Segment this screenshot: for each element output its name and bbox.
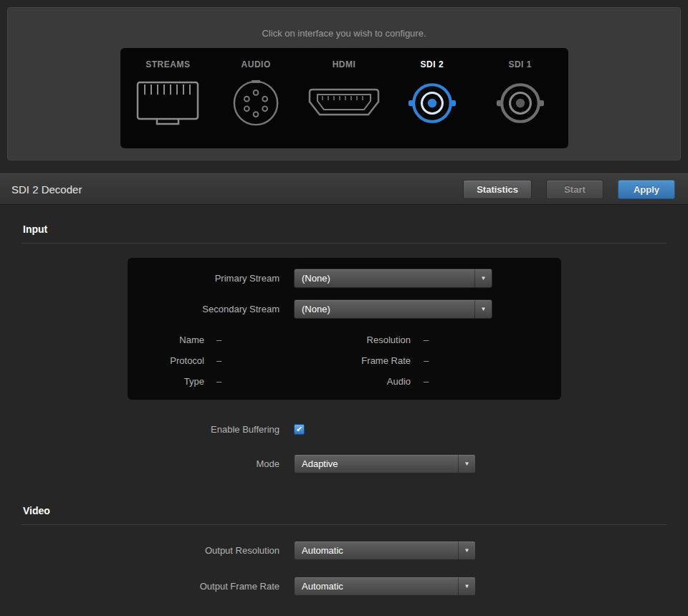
interface-sdi2[interactable]: SDI 2 (392, 59, 472, 134)
interface-audio[interactable]: AUDIO (216, 59, 296, 134)
frame-rate-value: – (411, 355, 429, 366)
start-button[interactable]: Start (546, 180, 603, 199)
chevron-down-icon: ▼ (474, 269, 492, 287)
chevron-down-icon: ▼ (474, 300, 492, 318)
check-icon: ✔ (296, 425, 302, 433)
dropdown-value: Adaptive (302, 458, 338, 469)
output-resolution-select[interactable]: Automatic ▼ (294, 541, 476, 560)
dropdown-value: Automatic (302, 545, 343, 556)
interface-label: SDI 1 (508, 59, 532, 69)
dropdown-value: Automatic (302, 581, 343, 592)
mode-row: Mode Adaptive ▼ (0, 454, 688, 473)
dropdown-value: (None) (302, 304, 330, 314)
chevron-down-icon: ▼ (458, 455, 475, 473)
info-row: Name – Resolution – (128, 335, 561, 345)
interface-streams[interactable]: STREAMS (128, 59, 208, 134)
info-row: Protocol – Frame Rate – (128, 355, 561, 366)
header-buttons: Statistics Start Apply (463, 180, 675, 199)
output-frame-rate-select[interactable]: Automatic ▼ (294, 577, 476, 596)
interface-selector-panel: Click on interface you wish to configure… (7, 7, 681, 160)
output-frame-rate-label: Output Frame Rate (0, 581, 294, 592)
interface-hdmi[interactable]: HDMI (304, 59, 384, 134)
output-resolution-row: Output Resolution Automatic ▼ (0, 541, 688, 560)
enable-buffering-row: Enable Buffering ✔ (0, 424, 688, 435)
dropdown-value: (None) (302, 273, 330, 284)
page-title: SDI 2 Decoder (11, 183, 463, 196)
info-row: Type – Audio – (128, 376, 561, 387)
connector-strip: STREAMS AUDIO (120, 48, 568, 148)
frame-rate-label: Frame Rate (319, 355, 411, 366)
enable-buffering-label: Enable Buffering (0, 424, 294, 435)
input-stream-panel: Primary Stream (None) ▼ Secondary Stream… (128, 258, 561, 400)
mode-select[interactable]: Adaptive ▼ (294, 454, 476, 473)
video-section-title: Video (23, 505, 665, 516)
section-divider (22, 243, 666, 244)
audio-label: Audio (319, 376, 411, 387)
name-label: Name (128, 335, 204, 345)
name-value: – (204, 335, 319, 345)
interface-label: STREAMS (145, 59, 190, 69)
chevron-down-icon: ▼ (458, 577, 475, 595)
decoder-header: SDI 2 Decoder Statistics Start Apply (0, 173, 688, 205)
enable-buffering-checkbox[interactable]: ✔ (294, 424, 305, 435)
resolution-label: Resolution (319, 335, 411, 345)
secondary-stream-label: Secondary Stream (128, 304, 294, 314)
resolution-value: – (411, 335, 429, 345)
interface-label: SDI 2 (421, 59, 444, 69)
hdmi-icon (307, 72, 381, 134)
type-label: Type (128, 376, 204, 387)
chevron-down-icon: ▼ (458, 542, 475, 559)
secondary-stream-select[interactable]: (None) ▼ (294, 299, 492, 319)
protocol-label: Protocol (128, 355, 204, 366)
interface-label: AUDIO (242, 59, 271, 69)
protocol-value: – (204, 355, 319, 366)
interface-label: HDMI (333, 59, 356, 69)
statistics-button[interactable]: Statistics (463, 180, 532, 199)
primary-stream-label: Primary Stream (128, 273, 294, 284)
din-connector-icon (231, 72, 281, 134)
audio-value: – (411, 376, 429, 387)
rj45-icon (135, 72, 201, 134)
primary-stream-row: Primary Stream (None) ▼ (128, 269, 561, 288)
secondary-stream-row: Secondary Stream (None) ▼ (128, 299, 561, 319)
primary-stream-select[interactable]: (None) ▼ (294, 269, 492, 288)
bnc-connector-icon (408, 72, 456, 134)
output-resolution-label: Output Resolution (0, 545, 294, 556)
interface-sdi1[interactable]: SDI 1 (480, 59, 560, 134)
apply-button[interactable]: Apply (618, 180, 675, 199)
type-value: – (204, 376, 319, 387)
bnc-connector-icon (497, 72, 544, 134)
instruction-text: Click on interface you wish to configure… (8, 8, 680, 39)
output-frame-rate-row: Output Frame Rate Automatic ▼ (0, 577, 688, 596)
mode-label: Mode (0, 458, 294, 469)
section-divider (22, 524, 666, 525)
input-section-title: Input (23, 223, 665, 235)
